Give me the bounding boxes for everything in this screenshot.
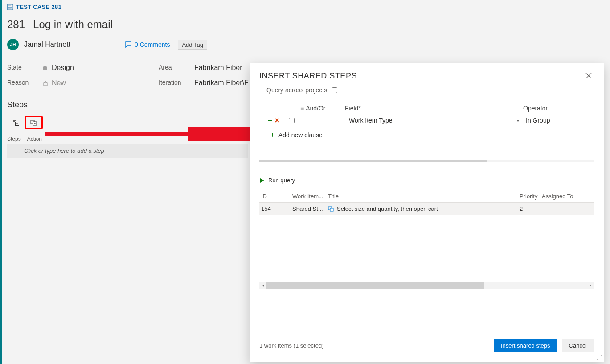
test-case-icon — [7, 4, 13, 10]
query-scrollbar[interactable] — [259, 160, 594, 162]
close-button[interactable] — [583, 70, 594, 81]
cancel-button[interactable]: Cancel — [562, 339, 594, 352]
state-label: State — [7, 64, 43, 72]
reason-value[interactable]: New — [43, 79, 159, 87]
avatar[interactable]: JH — [7, 39, 19, 50]
insert-shared-steps-button[interactable] — [25, 116, 43, 129]
resize-grip-icon[interactable] — [597, 355, 602, 360]
dialog-title: INSERT SHARED STEPS — [259, 71, 357, 81]
col-action: Action — [27, 136, 42, 142]
owner-name[interactable]: Jamal Hartnett — [24, 41, 70, 49]
row-title: Select size and quantity, then open cart — [337, 205, 438, 212]
field-select-value: Work Item Type — [349, 117, 393, 124]
area-label: Area — [159, 64, 194, 72]
col-priority: Priority — [520, 193, 542, 200]
query-across-label: Query across projects — [266, 86, 327, 94]
svg-rect-7 — [330, 208, 333, 211]
state-value[interactable]: Design — [43, 64, 159, 72]
reason-label: Reason — [7, 79, 43, 87]
scroll-left-icon[interactable]: ◂ — [259, 283, 266, 288]
step-placeholder[interactable]: Click or type here to add a step — [7, 144, 248, 158]
plus-icon: ＋ — [269, 131, 276, 139]
insert-shared-steps-icon — [30, 119, 37, 126]
play-icon — [259, 178, 265, 183]
comments-link[interactable]: 0 Comments — [125, 41, 170, 48]
run-query-button[interactable]: Run query — [250, 172, 604, 188]
breadcrumb: TEST CASE 281 — [7, 4, 610, 10]
col-operator: Operator — [523, 103, 594, 114]
selection-info: 1 work items (1 selected) — [259, 342, 324, 349]
add-clause-label: Add new clause — [278, 131, 323, 139]
insert-shared-steps-dialog: INSERT SHARED STEPS Query across project… — [250, 63, 604, 362]
iteration-label: Iteration — [159, 79, 194, 87]
add-clause-inline-button[interactable]: ＋ — [266, 116, 274, 125]
row-priority: 2 — [520, 205, 542, 212]
chevron-down-icon: ▾ — [517, 118, 519, 123]
work-item-id: 281 — [7, 18, 25, 31]
col-id: ID — [261, 193, 292, 200]
close-icon — [585, 73, 592, 79]
add-new-clause-button[interactable]: ＋ Add new clause — [250, 127, 604, 139]
col-wit: Work Item... — [292, 193, 328, 200]
work-item-title[interactable]: Log in with email — [33, 18, 113, 31]
query-across-checkbox[interactable] — [332, 87, 337, 93]
add-step-button[interactable] — [7, 116, 25, 129]
comment-icon — [125, 41, 132, 48]
results-header: ID Work Item... Title Priority Assigned … — [259, 190, 594, 203]
operator-value[interactable]: In Group — [523, 117, 594, 124]
gripper-icon: ≡ — [300, 105, 304, 112]
comments-label: 0 Comments — [135, 41, 170, 48]
svg-rect-1 — [44, 83, 47, 86]
col-steps: Steps — [7, 136, 21, 142]
add-step-icon — [12, 119, 20, 126]
col-field: Field* — [345, 103, 523, 114]
breadcrumb-label: TEST CASE 281 — [16, 4, 61, 10]
field-select[interactable]: Work Item Type ▾ — [345, 114, 523, 127]
col-andor: ≡And/Or — [300, 103, 345, 114]
remove-clause-button[interactable]: ✕ — [274, 117, 280, 124]
results-row[interactable]: 154 Shared St... Select size and quantit… — [259, 203, 594, 215]
results-scrollbar[interactable]: ◂ ▸ — [259, 282, 594, 289]
clause-checkbox[interactable] — [289, 118, 295, 123]
annotation-arrow — [45, 127, 259, 141]
row-wit: Shared St... — [292, 205, 328, 212]
scroll-right-icon[interactable]: ▸ — [587, 283, 594, 288]
col-title: Title — [328, 193, 520, 200]
add-tag-button[interactable]: Add Tag — [178, 40, 207, 50]
lock-icon — [43, 81, 48, 86]
shared-steps-icon — [328, 206, 334, 212]
col-assigned: Assigned To — [542, 193, 586, 200]
state-dot-icon — [43, 66, 47, 70]
run-query-label: Run query — [268, 177, 295, 184]
row-id: 154 — [261, 205, 292, 212]
insert-shared-steps-confirm-button[interactable]: Insert shared steps — [494, 339, 557, 352]
